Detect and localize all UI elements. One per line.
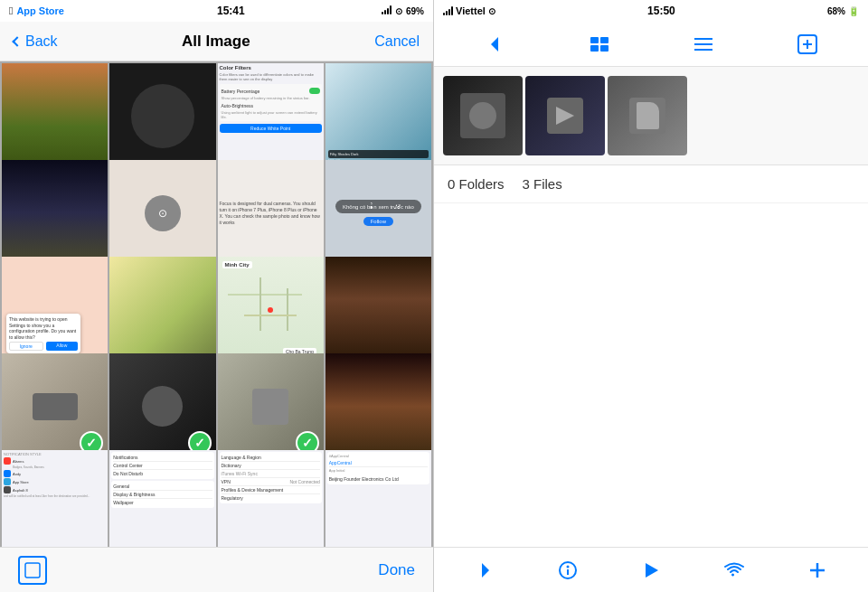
info-circle-icon	[558, 560, 578, 580]
svg-rect-4	[590, 45, 599, 52]
status-time-left: 15:41	[217, 5, 245, 17]
status-left-group:  App Store	[9, 5, 64, 17]
nav-title: All Image	[182, 33, 250, 51]
grid-view-button[interactable]	[580, 24, 619, 64]
photo-cell[interactable]	[326, 353, 431, 459]
cancel-button[interactable]: Cancel	[374, 33, 420, 50]
select-all-button[interactable]	[18, 556, 47, 585]
nav-bar: Back All Image Cancel	[0, 22, 433, 61]
svg-rect-5	[600, 45, 609, 52]
photo-cell[interactable]: ⊙	[109, 160, 215, 266]
file-thumbnails	[434, 67, 868, 165]
forward-arrow-icon	[475, 560, 495, 580]
svg-marker-1	[491, 37, 498, 52]
wifi-share-icon	[724, 562, 744, 578]
file-browser: 0 Folders 3 Files	[434, 67, 868, 547]
photo-cell[interactable]: This website is trying to open Settings …	[2, 257, 108, 362]
back-label: Back	[25, 33, 58, 50]
battery-icon-right: 🔋	[848, 6, 859, 16]
wifi-icon-left: ⊙	[395, 6, 402, 16]
photo-cell[interactable]	[109, 63, 215, 169]
carrier-label: Viettel	[456, 5, 486, 16]
done-button[interactable]: Done	[378, 561, 415, 579]
files-count: 3 Files	[523, 176, 562, 192]
svg-marker-12	[482, 563, 489, 578]
menu-button[interactable]	[684, 24, 723, 64]
file-list-area	[434, 203, 868, 221]
photo-cell[interactable]: Color Filters Color filters can be used …	[218, 63, 324, 169]
photo-cell[interactable]	[109, 257, 215, 362]
file-info-bar: 0 Folders 3 Files	[434, 165, 868, 203]
back-arrow-button[interactable]	[476, 24, 515, 64]
status-right-group: ⊙ 69%	[382, 5, 424, 16]
toolbar-bottom	[434, 547, 868, 592]
svg-marker-16	[646, 563, 658, 578]
status-signal-group: Viettel ⊙	[443, 5, 495, 16]
photo-cell[interactable]: Notifications Control Center Do Not Dist…	[109, 450, 215, 547]
status-time-right: 15:50	[647, 5, 675, 17]
info-button[interactable]	[548, 550, 588, 590]
photo-cell[interactable]: #AppCentral AppCentral App Initial Beiji…	[326, 450, 431, 547]
photo-cell[interactable]	[2, 160, 108, 266]
battery-percentage-right: 68%	[827, 6, 845, 16]
photo-cell[interactable]: Fifty Shades Dark 1080p/HD A DRONE	[326, 63, 431, 169]
photo-grid: Color Filters Color filters can be used …	[0, 61, 433, 547]
forward-button[interactable]	[465, 550, 505, 590]
svg-rect-3	[600, 37, 609, 43]
photo-cell[interactable]	[326, 257, 431, 362]
photo-cell[interactable]: Language & Region Dictionary iTunes Wi-F…	[218, 450, 324, 547]
left-panel:  App Store 15:41 ⊙ 69% Back All Image C…	[0, 0, 434, 592]
apple-logo: 	[9, 5, 13, 17]
photo-cell[interactable]: Không có bản xem trước nào Follow	[326, 160, 431, 266]
photo-cell[interactable]: ✓	[2, 353, 108, 459]
signal-icon-left	[382, 5, 392, 16]
photo-cell[interactable]: Minh City Cho Ba Trung	[218, 257, 324, 362]
wifi-share-button[interactable]	[714, 550, 754, 590]
bottom-bar-left: Done	[0, 547, 433, 592]
svg-rect-0	[25, 563, 40, 578]
add-button-top[interactable]	[788, 24, 827, 64]
select-all-icon	[24, 562, 41, 578]
photo-cell[interactable]: ✓	[218, 353, 324, 459]
signal-bars-right	[443, 6, 453, 15]
status-bar-right: Viettel ⊙ 15:50 68% 🔋	[434, 0, 868, 22]
battery-group-right: 68% 🔋	[827, 6, 859, 16]
toolbar-top	[434, 22, 868, 67]
play-button[interactable]	[631, 550, 671, 590]
photo-cell[interactable]: NOTIFICATION STYLE Alarms Badges, Sounds…	[2, 450, 108, 547]
file-thumbnail[interactable]	[608, 76, 687, 155]
wifi-icon-right: ⊙	[488, 6, 495, 16]
folders-count: 0 Folders	[448, 176, 505, 192]
chevron-left-icon	[12, 36, 22, 46]
app-store-label: App Store	[16, 5, 64, 16]
right-panel: Viettel ⊙ 15:50 68% 🔋	[434, 0, 868, 592]
back-arrow-icon	[486, 34, 505, 54]
photo-cell[interactable]	[2, 63, 108, 169]
battery-left: 69%	[406, 6, 424, 16]
svg-point-14	[567, 565, 570, 568]
plus-square-icon	[797, 34, 817, 54]
file-thumbnail[interactable]	[443, 76, 523, 155]
photo-cell[interactable]: Focus is designed for dual cameras. You …	[218, 160, 324, 266]
add-button-bottom[interactable]	[797, 550, 837, 590]
menu-icon	[693, 37, 713, 52]
file-thumbnail[interactable]	[525, 76, 605, 155]
grid-icon	[590, 36, 609, 52]
play-icon	[641, 560, 661, 580]
plus-icon	[807, 560, 827, 580]
svg-rect-2	[590, 37, 599, 43]
back-button[interactable]: Back	[14, 33, 58, 50]
status-bar-left:  App Store 15:41 ⊙ 69%	[0, 0, 433, 22]
photo-cell[interactable]: ✓	[109, 353, 215, 459]
